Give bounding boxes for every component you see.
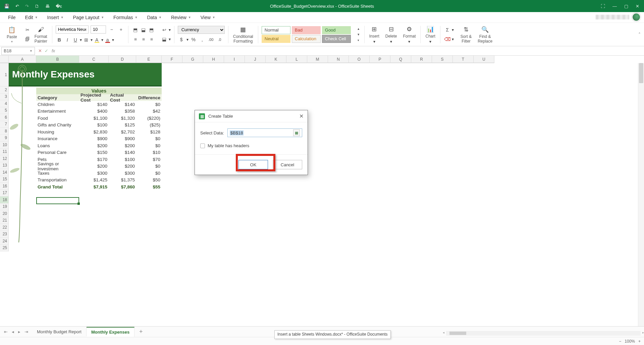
menu-review[interactable]: Review▼	[166, 13, 196, 21]
new-doc-icon[interactable]: 🗋	[35, 4, 39, 9]
tab-nav-prev-icon[interactable]: ◂	[10, 329, 15, 335]
row-header-10[interactable]: 10	[0, 141, 9, 149]
row-header-4[interactable]: 4	[0, 100, 9, 107]
align-middle-icon[interactable]: ⬓	[140, 26, 147, 34]
column-header-D[interactable]: D	[109, 56, 136, 63]
redo-icon[interactable]: ↷	[25, 4, 29, 9]
cut-icon[interactable]: ✂	[24, 26, 31, 34]
percent-icon[interactable]: %	[190, 36, 197, 43]
column-header-J[interactable]: J	[245, 56, 266, 63]
row-header-22[interactable]: 22	[0, 224, 9, 231]
table-row[interactable]: Loans$200$200$0	[36, 142, 162, 149]
style-good[interactable]: Good	[322, 26, 351, 34]
headers-checkbox[interactable]	[200, 143, 205, 148]
row-header-6[interactable]: 6	[0, 114, 9, 121]
zoom-level[interactable]: 100%	[625, 339, 635, 344]
decrease-decimal-icon[interactable]: .0	[216, 36, 223, 43]
align-top-icon[interactable]: ⬒	[132, 26, 139, 34]
add-sheet-button[interactable]: +	[135, 328, 148, 335]
menu-view[interactable]: View▼	[196, 13, 220, 21]
vertical-scroll-thumb[interactable]	[639, 63, 643, 83]
wrap-text-icon[interactable]: ↩	[161, 26, 168, 34]
undo-icon[interactable]: ↶	[15, 4, 19, 9]
column-header-Q[interactable]: Q	[390, 56, 411, 63]
row-header-23[interactable]: 23	[0, 231, 9, 238]
cancel-formula-icon[interactable]: ✕	[38, 48, 42, 53]
print-icon[interactable]: 🖶	[45, 4, 50, 9]
column-header-T[interactable]: T	[453, 56, 474, 63]
style-neutral[interactable]: Neutral	[262, 35, 290, 43]
delete-cells-button[interactable]: ⊟Delete▾	[384, 24, 398, 45]
formula-input[interactable]	[57, 47, 644, 55]
row-header-25[interactable]: 25	[0, 245, 9, 252]
conditional-formatting-button[interactable]: ▦Conditional Formatting	[232, 24, 255, 44]
fill-color-button[interactable]: A	[93, 36, 101, 44]
close-icon[interactable]: ✕	[636, 4, 639, 9]
row-header-9[interactable]: 9	[0, 135, 9, 142]
column-header-I[interactable]: I	[224, 56, 245, 63]
table-row[interactable]: Taxes$300$300$0	[36, 170, 162, 177]
column-header-O[interactable]: O	[349, 56, 370, 63]
table-total-row[interactable]: Grand Total$7,915$7,860$55	[36, 183, 162, 190]
name-box[interactable]: B18▼	[1, 47, 35, 55]
row-header-11[interactable]: 11	[0, 149, 9, 156]
zoom-in-button[interactable]: +	[638, 339, 641, 344]
styles-more-icon[interactable]: ▾	[355, 38, 362, 43]
row-header-7[interactable]: 7	[0, 121, 9, 128]
column-header-C[interactable]: C	[79, 56, 109, 63]
row-header-24[interactable]: 24	[0, 238, 9, 245]
italic-button[interactable]: I	[64, 36, 71, 44]
sheet-title-cell[interactable]: Monthly Expenses	[9, 63, 162, 87]
align-bottom-icon[interactable]: ⬒	[148, 26, 155, 34]
table-row[interactable]: Gifts and Charity$100$125($25)	[36, 122, 162, 129]
find-replace-button[interactable]: 🔍Find & Replace	[476, 24, 494, 44]
column-header-F[interactable]: F	[162, 56, 182, 63]
column-header-E[interactable]: E	[136, 56, 162, 63]
underline-button[interactable]: U	[72, 36, 79, 44]
column-header-N[interactable]: N	[328, 56, 349, 63]
sort-filter-button[interactable]: ⇅Sort & Filter	[459, 24, 473, 44]
sheet-tab-monthly-expenses[interactable]: Monthly Expenses	[87, 327, 135, 337]
styles-scroll-down-icon[interactable]: ▼	[355, 32, 362, 37]
row-header-12[interactable]: 12	[0, 155, 9, 162]
row-header-18[interactable]: 18	[0, 196, 9, 204]
menu-edit[interactable]: Edit▼	[20, 13, 43, 21]
column-header-U[interactable]: U	[474, 56, 494, 63]
table-row[interactable]: Entertainment$400$358$42	[36, 108, 162, 115]
row-header-8[interactable]: 8	[0, 128, 9, 135]
select-data-input[interactable]: $B$18 ▦	[227, 128, 302, 137]
dialog-cancel-button[interactable]: Cancel	[273, 160, 302, 169]
table-row[interactable]: Savings or Investmen$200$200$0	[36, 163, 162, 170]
row-header-20[interactable]: 20	[0, 210, 9, 217]
enter-formula-icon[interactable]: ✓	[45, 48, 48, 53]
headers-checkbox-row[interactable]: My table has headers	[200, 143, 302, 148]
row-header-14[interactable]: 14	[0, 169, 9, 176]
save-icon[interactable]: 💾	[4, 4, 9, 9]
row-header-17[interactable]: 17	[0, 190, 9, 197]
style-calculation[interactable]: Calculation	[292, 35, 321, 43]
font-name-select[interactable]	[56, 25, 89, 34]
collapse-ribbon-icon[interactable]: ˄	[638, 32, 641, 37]
menu-data[interactable]: Data▼	[142, 13, 166, 21]
minimize-icon[interactable]: —	[612, 4, 617, 9]
dialog-ok-button[interactable]: OK	[238, 160, 268, 169]
vertical-scrollbar[interactable]	[638, 63, 644, 326]
column-header-R[interactable]: R	[411, 56, 432, 63]
tab-nav-first-icon[interactable]: ⇤	[3, 329, 9, 335]
menu-page-layout[interactable]: Page Layout▼	[68, 13, 109, 21]
column-header-S[interactable]: S	[432, 56, 453, 63]
tab-nav-last-icon[interactable]: ⇥	[23, 329, 30, 335]
column-header-K[interactable]: K	[266, 56, 286, 63]
row-header-13[interactable]: 13	[0, 162, 9, 169]
align-center-icon[interactable]: ≡	[140, 36, 147, 43]
autosum-icon[interactable]: Σ	[444, 26, 451, 34]
font-size-select[interactable]	[91, 25, 106, 34]
table-row[interactable]: Transportation$1,425$1,375$50	[36, 177, 162, 184]
horizontal-scrollbar[interactable]: ◂ ▸	[446, 331, 641, 336]
table-row[interactable]: Housing$2,830$2,702$128	[36, 128, 162, 135]
menu-insert[interactable]: Insert▼	[43, 13, 68, 21]
insert-cells-button[interactable]: ⊞Insert▾	[368, 24, 381, 45]
table-row[interactable]: Food$1,100$1,320($220)	[36, 115, 162, 122]
number-format-select[interactable]: Currency	[178, 26, 225, 34]
paste-button[interactable]: 📋Paste▼	[5, 25, 18, 44]
